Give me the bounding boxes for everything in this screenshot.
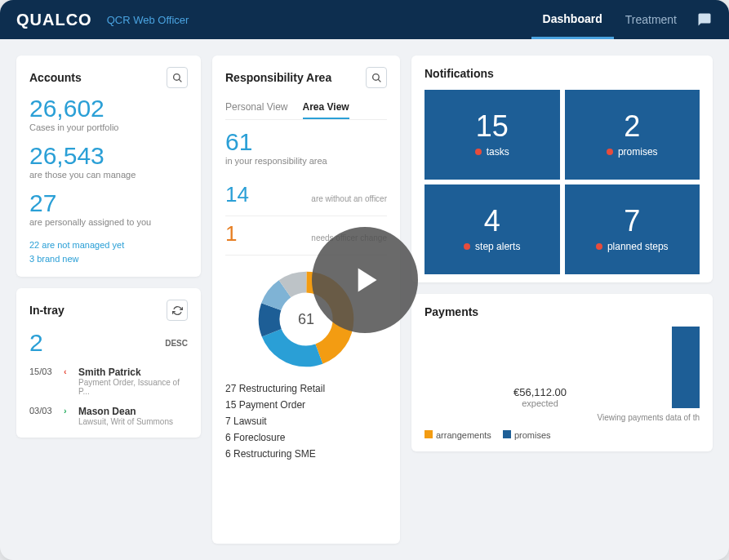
breakdown-item: 7 Lawsuit [225,416,387,427]
notification-count: 15 [476,112,509,141]
play-button[interactable] [312,227,418,333]
notification-count: 2 [624,112,640,141]
accounts-unmanaged-link[interactable]: 22 are not managed yet [29,238,188,252]
notification-tile-planned-steps[interactable]: 7 planned steps [565,184,700,274]
resp-area-label: in your responsibility area [225,156,387,166]
notification-tile-tasks[interactable]: 15 tasks [425,90,560,180]
breakdown-item: 6 Foreclosure [225,432,387,443]
resp-no-officer-label: are without an officer [311,194,387,203]
legend-swatch-icon [503,430,511,438]
payments-bar-chart [672,327,700,408]
resp-officer-change-count: 1 [225,221,237,247]
alert-dot-icon [607,149,613,155]
resp-area-count: 61 [225,130,387,154]
notification-label: step alerts [475,241,520,252]
top-navbar: QUALCO QCR Web Officer Dashboard Treatme… [0,0,729,39]
payments-amount: €56,112.00 [425,386,656,398]
accounts-card: Accounts 26,602 Cases in your portfolio … [16,56,201,277]
refresh-icon[interactable] [167,300,188,321]
accounts-total-value: 26,602 [29,96,188,121]
brand-logo: QUALCO [16,11,92,29]
intray-item-name: Smith Patrick [78,367,188,378]
nav-treatment[interactable]: Treatment [614,0,688,39]
intray-item[interactable]: 15/03 ‹ Smith Patrick Payment Order, Iss… [29,367,188,396]
alert-dot-icon [464,243,470,250]
intray-count: 2 [29,329,43,357]
svg-point-2 [372,73,379,80]
responsibility-breakdown-list: 27 Restructuring Retail 15 Payment Order… [225,383,387,460]
notification-label: tasks [487,146,509,158]
notifications-title: Notifications [425,67,700,80]
alert-dot-icon [475,149,482,155]
payments-card: Payments €56,112.00 expected Viewing pay… [411,294,713,451]
arrow-left-icon: ‹ [64,367,72,396]
legend-promises: promises [514,430,551,440]
alert-dot-icon [596,243,602,250]
payments-viewing-note: Viewing payments data of th [425,413,700,422]
nav-dashboard[interactable]: Dashboard [531,0,614,39]
svg-line-1 [179,79,181,82]
svg-line-3 [378,79,380,82]
accounts-brandnew-link[interactable]: 3 brand new [29,252,188,266]
payments-amount-label: expected [425,398,656,408]
notification-tile-promises[interactable]: 2 promises [565,90,700,180]
accounts-manageable-label: are those you can manage [29,170,188,180]
notification-tile-step-alerts[interactable]: 4 step alerts [425,184,560,274]
payments-title: Payments [425,305,700,318]
search-icon[interactable] [366,67,387,88]
tab-personal-view[interactable]: Personal View [225,96,288,119]
accounts-assigned-label: are personally assigned to you [29,217,188,227]
notifications-card: Notifications 15 tasks 2 promises 4 step… [411,56,713,282]
breakdown-item: 27 Restructuring Retail [225,383,387,394]
notification-count: 7 [624,207,640,236]
breakdown-item: 15 Payment Order [225,399,387,411]
intray-date: 15/03 [29,367,57,396]
legend-swatch-icon [425,430,433,438]
intray-item-name: Mason Dean [78,406,188,417]
app-name: QCR Web Officer [107,14,189,26]
resp-no-officer-count: 14 [225,182,249,207]
payments-legend: arrangements promises [425,430,700,440]
arrow-right-icon: › [64,406,72,426]
accounts-total-label: Cases in your portfolio [29,122,188,132]
accounts-title: Accounts [29,71,82,84]
accounts-manageable-value: 26,543 [29,144,188,168]
legend-arrangements: arrangements [436,430,491,440]
search-icon[interactable] [167,67,188,88]
play-icon [344,260,385,300]
responsibility-title: Responsibility Area [225,71,331,84]
intray-date: 03/03 [29,406,57,426]
notification-label: promises [618,146,658,158]
intray-item[interactable]: 03/03 › Mason Dean Lawsuit, Writ of Summ… [29,406,188,426]
intray-item-desc: Lawsuit, Writ of Summons [78,417,188,426]
notification-label: planned steps [607,241,669,252]
accounts-assigned-value: 27 [29,191,188,216]
intray-item-desc: Payment Order, Issuance of P... [78,378,188,396]
intray-card: In-tray 2 DESC 15/03 ‹ Smith Patrick Pay… [16,288,201,438]
notification-count: 4 [484,207,500,236]
svg-point-0 [173,73,180,80]
intray-sort-toggle[interactable]: DESC [165,339,188,348]
tab-area-view[interactable]: Area View [303,96,349,119]
breakdown-item: 6 Restructuring SME [225,448,387,460]
intray-title: In-tray [29,304,64,317]
chat-icon[interactable] [696,11,713,28]
